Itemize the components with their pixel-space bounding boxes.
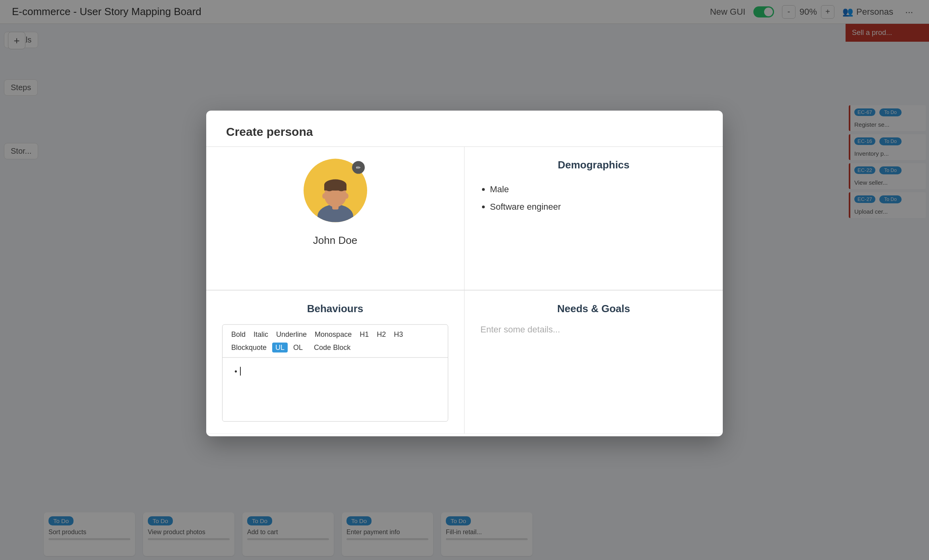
bold-button[interactable]: Bold: [229, 330, 248, 340]
monospace-button[interactable]: Monospace: [312, 330, 354, 340]
ol-button[interactable]: OL: [291, 343, 305, 353]
avatar-edit-button[interactable]: ✏: [352, 161, 365, 174]
editor-content[interactable]: •: [223, 358, 448, 421]
italic-button[interactable]: Italic: [251, 330, 271, 340]
list-item: Software engineer: [490, 198, 707, 216]
svg-point-7: [322, 193, 326, 199]
modal-footer: Close Create: [206, 434, 723, 436]
modal-body: ✏ John Doe Demographics Male Software en…: [206, 147, 723, 434]
svg-point-8: [345, 193, 348, 199]
bullet-point: •: [234, 367, 240, 376]
needs-goals-title: Needs & Goals: [480, 303, 707, 315]
svg-rect-6: [324, 185, 346, 191]
demographics-title: Demographics: [480, 159, 707, 171]
behaviours-editor[interactable]: Bold Italic Underline Monospace H1 H2 H3…: [222, 324, 448, 422]
text-cursor: [240, 367, 241, 376]
h2-button[interactable]: H2: [374, 330, 388, 340]
demographics-section: Demographics Male Software engineer: [464, 147, 723, 290]
avatar-container: ✏: [304, 159, 367, 222]
blockquote-button[interactable]: Blockquote: [229, 343, 269, 353]
persona-name: John Doe: [313, 234, 357, 247]
list-item: Male: [490, 181, 707, 198]
behaviours-title: Behaviours: [222, 303, 448, 315]
avatar-image: [310, 171, 361, 222]
demographics-list: Male Software engineer: [480, 181, 707, 216]
behaviours-section: Behaviours Bold Italic Underline Monospa…: [206, 290, 464, 434]
modal-title: Create persona: [206, 111, 723, 147]
edit-icon: ✏: [356, 164, 361, 171]
avatar-section: ✏ John Doe: [206, 147, 464, 290]
code-block-button[interactable]: Code Block: [312, 343, 353, 353]
needs-goals-section[interactable]: Needs & Goals Enter some details...: [464, 290, 723, 434]
h3-button[interactable]: H3: [391, 330, 405, 340]
create-persona-modal: Create persona: [206, 111, 723, 436]
ul-button[interactable]: UL: [272, 343, 288, 353]
editor-toolbar: Bold Italic Underline Monospace H1 H2 H3…: [223, 325, 448, 358]
underline-button[interactable]: Underline: [274, 330, 309, 340]
h1-button[interactable]: H1: [357, 330, 371, 340]
needs-goals-placeholder: Enter some details...: [480, 324, 560, 334]
